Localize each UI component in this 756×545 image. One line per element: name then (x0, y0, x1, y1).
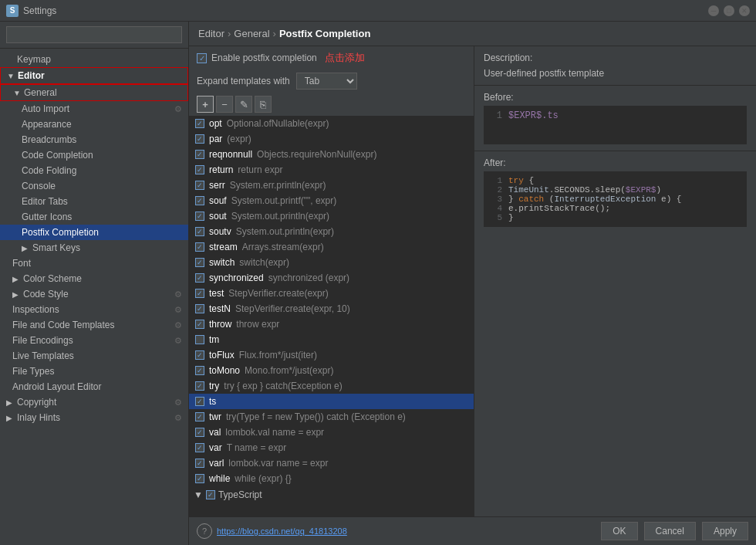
cancel-button[interactable]: Cancel (644, 522, 696, 540)
sidebar-item-appearance[interactable]: Appearance (0, 117, 188, 132)
sidebar-item-file-types[interactable]: File Types (0, 364, 188, 379)
template-item[interactable]: ✓optOptional.ofNullable(expr) (189, 116, 474, 131)
minimize-button[interactable]: ─ (708, 5, 719, 16)
template-checkbox[interactable]: ✓ (195, 459, 204, 468)
remove-button[interactable]: − (216, 96, 233, 113)
template-desc: synchronized (expr) (268, 272, 349, 283)
close-button[interactable]: ✕ (739, 5, 750, 16)
template-checkbox[interactable]: ✓ (195, 366, 204, 375)
ok-button[interactable]: OK (601, 522, 637, 540)
template-item[interactable]: ✓ts (189, 394, 474, 409)
sidebar-item-inspections[interactable]: Inspections ⚙ (0, 302, 188, 317)
template-name: soutv (209, 226, 231, 237)
sidebar-item-live-templates[interactable]: Live Templates (0, 348, 188, 364)
sidebar-item-font[interactable]: Font (0, 256, 188, 271)
sidebar-item-code-style[interactable]: ▶ Code Style ⚙ (0, 286, 188, 302)
template-checkbox[interactable]: ✓ (195, 443, 204, 452)
enable-checkbox[interactable] (197, 53, 207, 63)
bottom-buttons: OK Cancel Apply (601, 522, 748, 540)
template-checkbox[interactable]: ✓ (195, 428, 204, 437)
sidebar-item-auto-import[interactable]: Auto Import ⚙ (0, 101, 188, 117)
sidebar-item-color-scheme[interactable]: ▶ Color Scheme (0, 271, 188, 286)
template-item[interactable]: ✓throwthrow expr (189, 317, 474, 332)
template-item[interactable]: ✓soutSystem.out.println(expr) (189, 208, 474, 224)
sidebar-item-general[interactable]: ▼ General (0, 84, 188, 101)
code-text: try { (508, 176, 534, 185)
template-name: throw (209, 319, 231, 330)
template-item[interactable]: ✓reqnonnullObjects.requireNonNull(expr) (189, 147, 474, 162)
template-checkbox[interactable]: ✓ (195, 289, 204, 298)
window-title: Settings (23, 5, 56, 16)
sidebar-item-copyright[interactable]: ▶ Copyright ⚙ (0, 394, 188, 410)
template-item[interactable]: ✓varllombok.var name = expr (189, 455, 474, 471)
template-checkbox[interactable]: ✓ (195, 242, 204, 252)
edit-button[interactable]: ✎ (235, 96, 252, 113)
sidebar-item-gutter-icons[interactable]: Gutter Icons (0, 209, 188, 225)
template-checkbox[interactable]: ✓ (195, 212, 204, 221)
template-item[interactable]: tm (189, 332, 474, 347)
sidebar-item-code-folding[interactable]: Code Folding (0, 163, 188, 178)
sidebar-item-file-code-templates[interactable]: File and Code Templates ⚙ (0, 317, 188, 333)
template-item[interactable]: ✓testStepVerifier.create(expr) (189, 286, 474, 301)
line-number: 4 (490, 204, 502, 213)
maximize-button[interactable]: □ (724, 5, 734, 16)
sidebar-item-file-encodings[interactable]: File Encodings ⚙ (0, 333, 188, 348)
template-checkbox[interactable] (195, 335, 204, 344)
sidebar-item-editor-tabs[interactable]: Editor Tabs (0, 194, 188, 209)
line-number: 3 (490, 195, 502, 204)
template-checkbox[interactable]: ✓ (195, 412, 204, 421)
expand-select[interactable]: Tab Enter Space (296, 73, 357, 90)
template-checkbox[interactable]: ✓ (195, 474, 204, 483)
template-checkbox[interactable]: ✓ (195, 381, 204, 391)
description-section: Description: User-defined postfix templa… (474, 46, 756, 86)
template-checkbox[interactable]: ✓ (195, 397, 204, 406)
template-item[interactable]: ✓synchronizedsynchronized (expr) (189, 270, 474, 286)
template-item[interactable]: ✓vallombok.val name = expr (189, 425, 474, 440)
sidebar-item-postfix-completion[interactable]: Postfix Completion (0, 225, 188, 240)
template-checkbox[interactable]: ✓ (195, 320, 204, 329)
template-item[interactable]: ✓switchswitch(expr) (189, 255, 474, 270)
sidebar-item-console[interactable]: Console (0, 178, 188, 194)
template-item[interactable]: ✓soutvSystem.out.println(expr) (189, 224, 474, 239)
template-item[interactable]: ✓returnreturn expr (189, 162, 474, 178)
template-checkbox[interactable]: ✓ (195, 196, 204, 205)
template-checkbox[interactable]: ✓ (195, 227, 204, 236)
template-item[interactable]: ✓trytry { exp } catch(Exception e) (189, 378, 474, 394)
help-button[interactable]: ? (197, 523, 212, 539)
sidebar-item-breadcrumbs[interactable]: Breadcrumbs (0, 132, 188, 147)
sidebar-item-inlay-hints[interactable]: ▶ Inlay Hints ⚙ (0, 410, 188, 425)
template-checkbox[interactable]: ✓ (195, 134, 204, 144)
template-checkbox[interactable]: ✓ (195, 181, 204, 190)
template-checkbox[interactable]: ✓ (195, 304, 204, 313)
sidebar-item-android-layout-editor[interactable]: Android Layout Editor (0, 379, 188, 394)
section-checkbox[interactable]: ✓ (206, 490, 215, 499)
section-label: TypeScript (218, 489, 262, 500)
template-checkbox[interactable]: ✓ (195, 150, 204, 159)
template-checkbox[interactable]: ✓ (195, 273, 204, 283)
sidebar-item-editor[interactable]: ▼ Editor (0, 67, 188, 84)
template-item[interactable]: ✓soufSystem.out.printf("", expr) (189, 193, 474, 208)
apply-button[interactable]: Apply (702, 522, 748, 540)
template-name: tm (209, 334, 219, 345)
copy-button[interactable]: ⎘ (255, 96, 272, 113)
template-checkbox[interactable]: ✓ (195, 258, 204, 267)
template-item[interactable]: ✓varT name = expr (189, 440, 474, 455)
sidebar-item-smart-keys[interactable]: ▶ Smart Keys (0, 240, 188, 256)
template-checkbox[interactable]: ✓ (195, 165, 204, 174)
template-checkbox[interactable]: ✓ (195, 119, 204, 128)
sidebar-item-code-completion[interactable]: Code Completion (0, 147, 188, 163)
template-item[interactable]: ✓toFluxFlux.from*/just(iter) (189, 347, 474, 363)
template-desc: (expr) (227, 134, 251, 144)
search-input[interactable] (6, 26, 182, 43)
code-text: } catch (InterruptedException e) { (508, 195, 681, 204)
template-item[interactable]: ✓testNStepVerifier.create(expr, 10) (189, 301, 474, 317)
template-checkbox[interactable]: ✓ (195, 350, 204, 360)
template-item[interactable]: ✓par(expr) (189, 131, 474, 147)
template-item[interactable]: ✓whilewhile (expr) {} (189, 471, 474, 486)
template-item[interactable]: ✓serrSystem.err.println(expr) (189, 178, 474, 193)
sidebar-item-keymap[interactable]: Keymap (0, 52, 188, 67)
template-item[interactable]: ✓streamArrays.stream(expr) (189, 239, 474, 255)
template-item[interactable]: ✓toMonoMono.from*/just(expr) (189, 363, 474, 378)
add-button[interactable]: + (197, 96, 214, 113)
template-item[interactable]: ✓twrtry(Type f = new Type()) catch (Exce… (189, 409, 474, 425)
